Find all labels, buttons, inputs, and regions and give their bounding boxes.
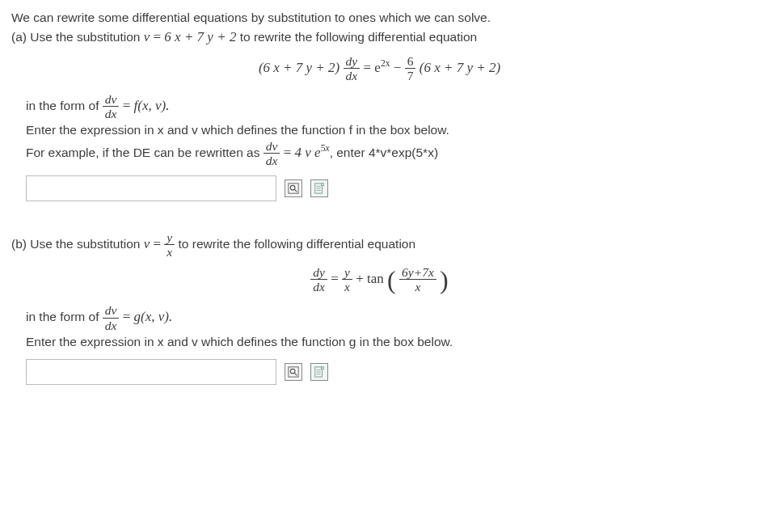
eq-a-dy-dx: dy dx: [344, 54, 361, 82]
form-a-fn: f(x, v).: [134, 97, 170, 112]
eq-a-factor: (6 x + 7 y + 2): [259, 59, 339, 74]
eq-a-67-den: 7: [405, 69, 416, 82]
svg-rect-12: [322, 367, 324, 369]
form-b-num: dv: [103, 303, 120, 318]
part-b-form: in the form of dv dx = g(x, v).: [26, 303, 748, 331]
eq-a-equals: =: [364, 59, 375, 74]
form-b-fn: g(x, v).: [134, 309, 173, 324]
eq-b-den: dx: [310, 280, 327, 293]
ex-a-prefix: For example, if the DE can be rewritten …: [26, 146, 264, 159]
ex-a-den: dx: [264, 154, 280, 167]
form-b-den: dx: [103, 319, 120, 332]
svg-line-10: [294, 373, 297, 375]
form-a-num: dv: [103, 92, 120, 107]
eq-a-67-num: 6: [405, 54, 416, 69]
eq-a-e: e: [374, 59, 381, 74]
part-a-prompt: (a) Use the substitution v = 6 x + 7 y +…: [11, 27, 748, 48]
help-icon[interactable]: [310, 363, 328, 381]
form-a-den: dx: [103, 107, 120, 120]
eq-a-den: dx: [344, 69, 361, 82]
help-icon[interactable]: [310, 179, 328, 197]
eq-b-yx-num: y: [342, 265, 352, 280]
part-b-suffix: to rewrite the following differential eq…: [179, 237, 416, 251]
sub-eq: =: [150, 29, 164, 44]
ex-a-frac: dv dx: [264, 139, 280, 167]
part-b: (b) Use the substitution v = y x to rewr…: [11, 230, 748, 385]
form-a-eq: =: [123, 97, 134, 112]
part-a-form: in the form of dv dx = f(x, v).: [26, 92, 748, 120]
sub-b-frac: y x: [164, 230, 175, 259]
intro-text: We can rewrite some differential equatio…: [11, 8, 748, 27]
part-b-input-row: [26, 359, 748, 385]
answer-input-b[interactable]: [26, 359, 276, 385]
part-b-prompt: (b) Use the substitution v = y x to rewr…: [11, 230, 748, 259]
eq-b-if-den: x: [399, 280, 436, 293]
ex-a-num: dv: [264, 139, 280, 154]
eq-a-exp: 2x: [381, 58, 390, 69]
preview-icon[interactable]: [285, 363, 302, 381]
form-a-prefix: in the form of: [26, 98, 103, 112]
sub-b-eq: =: [150, 236, 164, 251]
ex-a-exp: 5x: [321, 144, 330, 154]
eq-b-yx: y x: [342, 265, 352, 293]
part-a-suffix: to rewrite the following differential eq…: [236, 30, 477, 44]
part-b-instr-text: Enter the expression in x and v which de…: [26, 335, 453, 348]
ex-a-suffix: , enter 4*v*exp(5*x): [330, 146, 438, 159]
eq-a-frac67: 6 7: [405, 54, 416, 82]
eq-b-if-num: 6y+7x: [399, 265, 436, 280]
rparen-icon: ): [440, 265, 449, 294]
part-b-equation: dy dx = y x + tan ( 6y+7x x ): [11, 265, 748, 293]
part-a-equation: (6 x + 7 y + 2) dy dx = e2x − 6 7 (6 x +…: [11, 54, 748, 82]
eq-b-yx-den: x: [342, 280, 352, 293]
part-a-example: For example, if the DE can be rewritten …: [26, 139, 748, 167]
part-a: (a) Use the substitution v = 6 x + 7 y +…: [11, 27, 748, 201]
eq-b-eq: =: [331, 271, 342, 286]
part-a-input-row: [26, 175, 748, 201]
form-b-frac: dv dx: [103, 303, 120, 331]
eq-b-innerfrac: 6y+7x x: [399, 265, 436, 293]
eq-b-dydx: dy dx: [310, 265, 327, 293]
svg-point-1: [290, 186, 295, 191]
eq-a-tail: (6 x + 7 y + 2): [420, 59, 500, 74]
eq-a-num: dy: [344, 54, 361, 69]
ex-a-rhs: 4 v e: [295, 145, 321, 160]
answer-input-a[interactable]: [26, 175, 276, 201]
part-a-instr-text: Enter the expression in x and v which de…: [26, 123, 449, 137]
form-b-eq: =: [123, 309, 134, 324]
form-a-frac: dv dx: [103, 92, 120, 120]
svg-point-9: [290, 369, 295, 374]
lparen-icon: (: [387, 265, 396, 294]
part-b-instr: Enter the expression in x and v which de…: [26, 332, 748, 351]
sub-b-den: x: [164, 245, 175, 259]
eq-a-minus: −: [394, 59, 405, 74]
preview-icon[interactable]: [285, 179, 302, 197]
part-a-instr: Enter the expression in x and v which de…: [26, 120, 748, 139]
part-a-prefix: (a) Use the substitution: [11, 30, 144, 44]
form-b-prefix: in the form of: [26, 310, 103, 323]
ex-a-eq: =: [284, 145, 295, 160]
sub-b-num: y: [164, 230, 175, 245]
eq-b-num: dy: [310, 265, 327, 280]
svg-line-2: [294, 189, 297, 192]
sub-rhs: 6 x + 7 y + 2: [164, 29, 236, 44]
eq-b-plus-tan: + tan: [356, 271, 387, 286]
part-b-prefix: (b) Use the substitution: [11, 237, 144, 251]
svg-rect-4: [322, 184, 324, 186]
